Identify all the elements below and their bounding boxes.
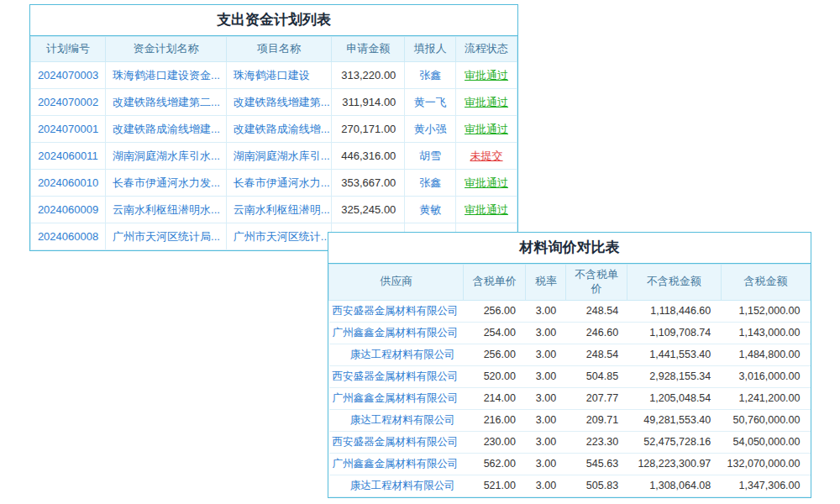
material-quote-cell-supplier[interactable]: 西安盛器金属材料有限公司	[329, 365, 464, 387]
expense-plan-row: 2024070002改建铁路线增建第二...改建铁路线增建第...311,914…	[31, 89, 517, 116]
expense-plan-cell-plan[interactable]: 改建铁路线增建第二...	[106, 89, 227, 116]
expense-plan-cell-amount: 325,245.00	[332, 197, 405, 223]
expense-plan-cell-person[interactable]: 胡雪	[405, 143, 456, 170]
material-quote-title: 材料询价对比表	[328, 233, 811, 264]
expense-plan-cell-project[interactable]: 云南水利枢纽潜明...	[226, 197, 332, 223]
expense-plan-cell-id[interactable]: 2024060011	[31, 143, 106, 170]
expense-plan-cell-id[interactable]: 2024060008	[31, 223, 106, 250]
material-quote-cell-amount_tax: 1,484,800.00	[721, 344, 810, 365]
material-quote-cell-supplier[interactable]: 康达工程材料有限公司	[329, 344, 464, 365]
material-quote-cell-amount_tax: 3,016,000.00	[721, 365, 810, 387]
material-quote-cell-amount_no_tax: 1,118,446.60	[627, 300, 721, 322]
expense-plan-cell-status[interactable]: 审批通过	[456, 197, 517, 223]
expense-plan-cell-person[interactable]: 张鑫	[405, 170, 456, 197]
expense-plan-cell-amount: 446,316.00	[332, 143, 405, 170]
material-quote-cell-price_tax: 256.00	[464, 344, 526, 365]
material-quote-row: 西安盛器金属材料有限公司520.003.00504.852,928,155.34…	[329, 365, 811, 387]
expense-plan-row: 2024070001改建铁路成渝线增建...改建铁路成渝线增...270,171…	[31, 116, 517, 143]
expense-plan-cell-id[interactable]: 2024060009	[31, 197, 106, 223]
material-quote-cell-amount_tax: 50,760,000.00	[721, 409, 810, 431]
expense-plan-cell-amount: 353,667.00	[332, 170, 405, 197]
expense-plan-cell-project[interactable]: 珠海鹤港口建设	[226, 62, 332, 89]
material-quote-cell-price_no_tax: 209.71	[566, 409, 627, 431]
material-quote-cell-amount_tax: 54,050,000.00	[721, 431, 810, 453]
expense-plan-cell-project[interactable]: 改建铁路成渝线增...	[226, 116, 332, 143]
material-quote-col-amount_no_tax: 不含税金额	[627, 265, 721, 301]
material-quote-cell-supplier[interactable]: 康达工程材料有限公司	[329, 475, 464, 496]
expense-plan-cell-person[interactable]: 黄敏	[405, 197, 456, 223]
expense-plan-row: 2024070003珠海鹤港口建设资金...珠海鹤港口建设313,220.00张…	[31, 62, 517, 89]
material-quote-table: 供应商含税单价税率不含税单价不含税金额含税金额 西安盛器金属材料有限公司256.…	[328, 264, 811, 497]
expense-plan-cell-project[interactable]: 长春市伊通河水力...	[226, 170, 332, 197]
material-quote-cell-amount_tax: 1,347,306.00	[721, 475, 810, 496]
expense-plan-header-row: 计划编号资金计划名称项目名称申请金额填报人流程状态	[31, 37, 517, 62]
material-quote-cell-price_tax: 256.00	[464, 300, 526, 322]
material-quote-cell-amount_no_tax: 1,109,708.74	[627, 322, 721, 344]
material-quote-cell-amount_no_tax: 52,475,728.16	[627, 431, 721, 453]
material-quote-cell-amount_tax: 1,241,200.00	[721, 387, 810, 409]
material-quote-cell-amount_no_tax: 128,223,300.97	[627, 453, 721, 475]
expense-plan-cell-status[interactable]: 审批通过	[456, 116, 517, 143]
expense-plan-cell-status[interactable]: 审批通过	[456, 89, 517, 116]
material-quote-cell-price_no_tax: 248.54	[566, 300, 627, 322]
expense-plan-cell-status[interactable]: 未提交	[456, 143, 517, 170]
material-quote-cell-tax_rate: 3.00	[526, 300, 566, 322]
expense-plan-cell-plan[interactable]: 改建铁路成渝线增建...	[106, 116, 227, 143]
material-quote-cell-amount_tax: 1,152,000.00	[721, 300, 810, 322]
expense-plan-cell-plan[interactable]: 长春市伊通河水力发...	[106, 170, 227, 197]
material-quote-body: 西安盛器金属材料有限公司256.003.00248.541,118,446.60…	[329, 300, 811, 496]
expense-plan-cell-project[interactable]: 广州市天河区统计...	[226, 223, 332, 250]
expense-plan-cell-plan[interactable]: 云南水利枢纽潜明水...	[106, 197, 227, 223]
material-quote-cell-price_tax: 254.00	[464, 322, 526, 344]
expense-plan-row: 2024060011湖南洞庭湖水库引水...湖南洞庭湖水库引...446,316…	[31, 143, 517, 170]
expense-plan-cell-person[interactable]: 黄小强	[405, 116, 456, 143]
expense-plan-cell-status[interactable]: 审批通过	[456, 170, 517, 197]
material-quote-cell-tax_rate: 3.00	[526, 344, 566, 365]
expense-plan-cell-person[interactable]: 张鑫	[405, 62, 456, 89]
material-quote-col-supplier: 供应商	[329, 265, 464, 301]
expense-plan-cell-amount: 313,220.00	[332, 62, 405, 89]
material-quote-cell-supplier[interactable]: 西安盛器金属材料有限公司	[329, 431, 464, 453]
expense-plan-cell-project[interactable]: 改建铁路线增建第...	[226, 89, 332, 116]
material-quote-cell-price_tax: 216.00	[464, 409, 526, 431]
material-quote-cell-tax_rate: 3.00	[526, 365, 566, 387]
expense-plan-cell-plan[interactable]: 珠海鹤港口建设资金...	[106, 62, 227, 89]
expense-plan-row: 2024060010长春市伊通河水力发...长春市伊通河水力...353,667…	[31, 170, 517, 197]
expense-plan-col-plan: 资金计划名称	[106, 37, 227, 62]
material-quote-cell-amount_no_tax: 2,928,155.34	[627, 365, 721, 387]
expense-plan-cell-id[interactable]: 2024060010	[31, 170, 106, 197]
material-quote-cell-supplier[interactable]: 西安盛器金属材料有限公司	[329, 300, 464, 322]
expense-plan-cell-plan[interactable]: 广州市天河区统计局...	[106, 223, 227, 250]
expense-plan-cell-project[interactable]: 湖南洞庭湖水库引...	[226, 143, 332, 170]
material-quote-cell-price_tax: 214.00	[464, 387, 526, 409]
expense-plan-cell-id[interactable]: 2024070003	[31, 62, 106, 89]
expense-plan-cell-id[interactable]: 2024070002	[31, 89, 106, 116]
material-quote-col-price_tax: 含税单价	[464, 265, 526, 301]
material-quote-row: 广州鑫鑫金属材料有限公司214.003.00207.771,205,048.54…	[329, 387, 811, 409]
material-quote-cell-supplier[interactable]: 广州鑫鑫金属材料有限公司	[329, 322, 464, 344]
expense-plan-row: 2024060009云南水利枢纽潜明水...云南水利枢纽潜明...325,245…	[31, 197, 517, 223]
material-quote-cell-price_no_tax: 246.60	[566, 322, 627, 344]
expense-plan-col-status: 流程状态	[456, 37, 517, 62]
expense-plan-cell-person[interactable]: 黄一飞	[405, 89, 456, 116]
material-quote-cell-supplier[interactable]: 广州鑫鑫金属材料有限公司	[329, 387, 464, 409]
material-quote-cell-supplier[interactable]: 广州鑫鑫金属材料有限公司	[329, 453, 464, 475]
expense-plan-table: 计划编号资金计划名称项目名称申请金额填报人流程状态 2024070003珠海鹤港…	[30, 36, 517, 250]
expense-plan-col-project: 项目名称	[226, 37, 332, 62]
material-quote-cell-amount_no_tax: 1,441,553.40	[627, 344, 721, 365]
expense-plan-panel: 支出资金计划列表 计划编号资金计划名称项目名称申请金额填报人流程状态 20240…	[29, 4, 518, 251]
expense-plan-cell-id[interactable]: 2024070001	[31, 116, 106, 143]
expense-plan-title: 支出资金计划列表	[30, 5, 517, 36]
material-quote-cell-tax_rate: 3.00	[526, 431, 566, 453]
material-quote-cell-price_no_tax: 505.83	[566, 475, 627, 496]
material-quote-col-amount_tax: 含税金额	[721, 265, 810, 301]
material-quote-cell-price_no_tax: 545.63	[566, 453, 627, 475]
expense-plan-col-id: 计划编号	[31, 37, 106, 62]
material-quote-panel: 材料询价对比表 供应商含税单价税率不含税单价不含税金额含税金额 西安盛器金属材料…	[328, 232, 811, 498]
expense-plan-cell-plan[interactable]: 湖南洞庭湖水库引水...	[106, 143, 227, 170]
material-quote-cell-supplier[interactable]: 康达工程材料有限公司	[329, 409, 464, 431]
material-quote-cell-tax_rate: 3.00	[526, 387, 566, 409]
expense-plan-cell-status[interactable]: 审批通过	[456, 62, 517, 89]
material-quote-cell-amount_tax: 132,070,000.00	[721, 453, 810, 475]
material-quote-cell-price_no_tax: 223.30	[566, 431, 627, 453]
